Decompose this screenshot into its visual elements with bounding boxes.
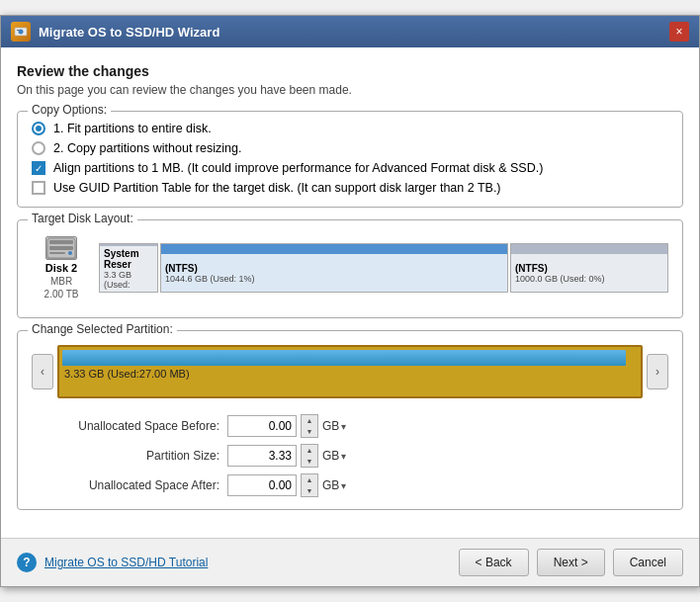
option-row-4[interactable]: Use GUID Partition Table for the target … — [32, 181, 668, 195]
svg-rect-5 — [49, 246, 73, 250]
option-2-label: 2. Copy partitions without resizing. — [53, 141, 241, 155]
field-2-decrement[interactable]: ▼ — [302, 485, 317, 496]
field-1-unit[interactable]: GB ▾ — [322, 449, 346, 463]
disk-type: MBR — [50, 276, 72, 287]
change-partition-title: Change Selected Partition: — [28, 322, 177, 336]
tutorial-link[interactable]: Migrate OS to SSD/HD Tutorial — [44, 556, 208, 569]
partition-1-name: System Reser — [104, 248, 153, 270]
svg-point-1 — [19, 30, 24, 35]
radio-option-2[interactable] — [32, 141, 45, 155]
field-2-input[interactable] — [227, 474, 297, 496]
field-1-input[interactable] — [227, 445, 297, 467]
content-area: Review the changes On this page you can … — [1, 47, 699, 538]
option-row-2[interactable]: 2. Copy partitions without resizing. — [32, 141, 668, 155]
partition-3-name: (NTFS) — [515, 263, 663, 274]
target-disk-group: Target Disk Layout: Disk 2 MBR — [17, 219, 683, 318]
field-1-input-group: ▲ ▼ GB ▾ — [227, 444, 346, 468]
disk-layout: Disk 2 MBR 2.00 TB System Reser 3.3 GB (… — [32, 230, 668, 305]
page-title: Review the changes — [17, 63, 683, 79]
partition-1[interactable]: System Reser 3.3 GB (Used: — [99, 243, 158, 293]
field-row-1: Partition Size: ▲ ▼ GB ▾ — [51, 444, 668, 468]
disk-size: 2.00 TB — [44, 289, 79, 300]
copy-options-title: Copy Options: — [28, 103, 111, 117]
field-2-spinner: ▲ ▼ — [301, 473, 318, 497]
copy-options-group: Copy Options: 1. Fit partitions to entir… — [17, 111, 683, 208]
partition-visual-bar — [62, 350, 626, 366]
partition-visual: 3.33 GB (Used:27.00 MB) — [57, 345, 643, 398]
partition-3[interactable]: (NTFS) 1000.0 GB (Used: 0%) — [510, 243, 668, 293]
field-0-spinner: ▲ ▼ — [301, 414, 318, 438]
field-0-decrement[interactable]: ▼ — [302, 426, 317, 437]
field-0-input[interactable] — [227, 415, 297, 437]
field-2-increment[interactable]: ▲ — [302, 474, 317, 485]
partition-3-info: 1000.0 GB (Used: 0%) — [515, 274, 663, 284]
checkbox-option-3[interactable]: ✓ — [32, 161, 45, 175]
field-2-unit[interactable]: GB ▾ — [322, 478, 346, 492]
page-subtitle: On this page you can review the changes … — [17, 83, 683, 97]
disk-icon — [45, 236, 77, 260]
fields-grid: Unallocated Space Before: ▲ ▼ GB ▾ — [32, 414, 668, 497]
field-0-label: Unallocated Space Before: — [51, 419, 219, 433]
disk-info: Disk 2 MBR 2.00 TB — [32, 236, 91, 300]
back-button[interactable]: < Back — [459, 549, 529, 576]
field-1-decrement[interactable]: ▼ — [302, 456, 317, 467]
titlebar: Migrate OS to SSD/HD Wizard × — [1, 16, 699, 47]
next-button[interactable]: Next > — [537, 549, 605, 576]
nav-left-arrow[interactable]: ‹ — [32, 354, 53, 389]
window-title: Migrate OS to SSD/HD Wizard — [39, 25, 661, 40]
field-1-increment[interactable]: ▲ — [302, 445, 317, 456]
partition-2-info: 1044.6 GB (Used: 1%) — [165, 274, 503, 284]
partition-2-name: (NTFS) — [165, 263, 503, 274]
footer: ? Migrate OS to SSD/HD Tutorial < Back N… — [1, 538, 699, 586]
field-0-increment[interactable]: ▲ — [302, 415, 317, 426]
field-0-unit[interactable]: GB ▾ — [322, 419, 346, 433]
field-2-input-group: ▲ ▼ GB ▾ — [227, 473, 346, 497]
svg-rect-4 — [49, 240, 73, 244]
field-row-2: Unallocated Space After: ▲ ▼ GB ▾ — [51, 473, 668, 497]
field-row-0: Unallocated Space Before: ▲ ▼ GB ▾ — [51, 414, 668, 438]
field-1-dropdown-arrow: ▾ — [341, 451, 346, 462]
option-3-label: Align partitions to 1 MB. (It could impr… — [53, 161, 543, 175]
partition-1-info: 3.3 GB (Used: — [104, 270, 153, 290]
field-2-label: Unallocated Space After: — [51, 478, 219, 492]
partition-2[interactable]: (NTFS) 1044.6 GB (Used: 1%) — [160, 243, 508, 293]
app-icon — [11, 22, 31, 42]
disk-name: Disk 2 — [45, 262, 77, 274]
option-1-label: 1. Fit partitions to entire disk. — [53, 122, 212, 135]
field-0-dropdown-arrow: ▾ — [341, 421, 346, 432]
field-0-input-group: ▲ ▼ GB ▾ — [227, 414, 346, 438]
svg-rect-6 — [49, 252, 65, 254]
cancel-button[interactable]: Cancel — [613, 549, 683, 576]
partitions-container: System Reser 3.3 GB (Used: (NTFS) 1044.6… — [99, 243, 668, 293]
help-icon[interactable]: ? — [17, 553, 37, 572]
main-window: Migrate OS to SSD/HD Wizard × Review the… — [0, 15, 700, 587]
svg-point-7 — [68, 251, 72, 255]
field-2-dropdown-arrow: ▾ — [341, 480, 346, 491]
partition-visual-label: 3.33 GB (Used:27.00 MB) — [62, 368, 638, 380]
svg-rect-2 — [17, 30, 19, 31]
option-4-label: Use GUID Partition Table for the target … — [53, 181, 501, 195]
change-partition-group: Change Selected Partition: ‹ 3.33 GB (Us… — [17, 330, 683, 510]
target-disk-title: Target Disk Layout: — [28, 212, 137, 225]
close-button[interactable]: × — [669, 22, 689, 42]
radio-option-1[interactable] — [32, 122, 45, 135]
field-1-spinner: ▲ ▼ — [301, 444, 318, 468]
option-row-1[interactable]: 1. Fit partitions to entire disk. — [32, 122, 668, 135]
partition-visual-container: ‹ 3.33 GB (Used:27.00 MB) › — [32, 341, 668, 402]
field-1-label: Partition Size: — [51, 449, 219, 463]
option-row-3[interactable]: ✓ Align partitions to 1 MB. (It could im… — [32, 161, 668, 175]
nav-right-arrow[interactable]: › — [647, 354, 668, 389]
checkbox-option-4[interactable] — [32, 181, 45, 195]
